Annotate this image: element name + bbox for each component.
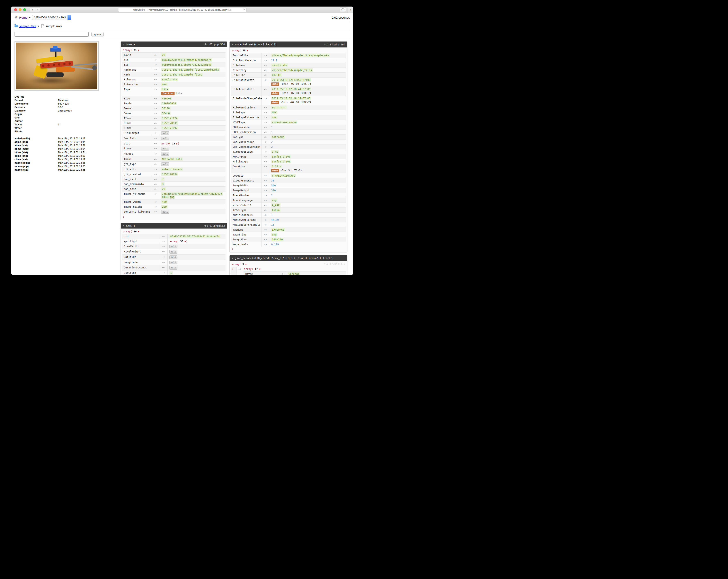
elapsed-time: 0.02 seconds [332, 16, 350, 19]
kint-row: stat=>array( 15 ▶) [122, 141, 226, 146]
kint-value: /thumbs/08/08b693e3ae4557cb09d79873202ad… [161, 192, 223, 199]
annotation-text: -8min -07:00 (UTC-7) [281, 82, 311, 85]
arrow-operator: => [262, 110, 269, 115]
kint-value-cell: 407 kB [269, 73, 346, 77]
metadata-value: 560 x 320 [58, 102, 99, 105]
kint-panel-header[interactable]: >unserialize($row_c['tags'])rtc_07.php:5… [230, 42, 347, 48]
array-open[interactable]: array( 17 ▼ [243, 267, 346, 271]
kint-value-cell: 560x320 [269, 237, 346, 242]
kint-key: has_hash [122, 187, 152, 191]
kint-value: 2019:05:18 02:13:55-07:00date-8min -07:0… [271, 78, 344, 86]
number-value: 11.1 [271, 59, 277, 62]
arrow-operator: => [262, 53, 269, 58]
kint-key: fkind [122, 157, 152, 161]
sample-files-link[interactable]: sample_files [19, 24, 36, 28]
kint-key: PixelHeight [122, 249, 160, 254]
metadata-row: mtime (stat)May 18th, 2019 02:13:55 [15, 168, 99, 172]
kint-key: stat [122, 141, 152, 146]
breadcrumb-arrow-icon: ▶ [29, 16, 30, 19]
kint-value-cell: 1 [269, 125, 346, 130]
minimize-window-button[interactable] [19, 8, 22, 11]
array-open[interactable]: array( 26 ▼ [121, 229, 227, 234]
arrow-operator: => [262, 125, 269, 130]
kint-value-cell: 30 [269, 178, 346, 183]
panel-title: unserialize($row_c['tags']) [235, 43, 277, 46]
kint-panel-header[interactable]: >$row_brtc_07.php:563 [121, 223, 227, 229]
kint-value: /Users/Shared/sample_files [161, 73, 203, 76]
kint-value: 504:0 [161, 111, 171, 115]
metadata-label: Writer [15, 127, 58, 130]
arrow-operator: => [262, 173, 269, 178]
arrow-operator: => [160, 260, 167, 265]
metadata-label: Author [15, 120, 58, 123]
panel-file-ref: rtc_07.php:563 [201, 224, 225, 227]
array-toggle[interactable]: array( 30 ▶) [170, 240, 188, 243]
kint-row: gfi_created=>1558170834 [122, 172, 226, 177]
kint-value: V_MPEG4/ISO/AVC [271, 174, 296, 177]
arrow-operator: => [152, 177, 159, 182]
number-value: 2 [271, 140, 273, 143]
array-open[interactable]: array( 36 ▼ [230, 48, 347, 53]
query-input[interactable] [15, 32, 88, 36]
thumbnail-image [16, 43, 97, 89]
kint-row: fkind=>Matroska data [122, 157, 226, 161]
query-bar: query [15, 30, 350, 39]
kint-key: Megapixels [231, 242, 262, 247]
kint-key: Path [122, 72, 152, 77]
kint-value: Lavf55.2.100 [271, 160, 291, 163]
array-toggle[interactable]: array( 15 ▶) [161, 142, 179, 145]
forward-button[interactable]: › [35, 7, 40, 12]
kint-value-cell: 2 [269, 144, 346, 149]
string-value: rw-r--r-- [271, 106, 287, 109]
kint-key: DocType [231, 135, 262, 139]
arrow-operator: => [262, 237, 269, 242]
kint-key: Size [122, 96, 152, 101]
string-value: 5.57 s [271, 165, 282, 168]
kint-value: 560x320 [271, 238, 284, 241]
query-button[interactable]: query [92, 32, 104, 37]
collapse-arrow-icon: ▼ [244, 263, 246, 266]
kint-row: ImageHeight=>320 [231, 188, 346, 193]
kint-key: AudioChannels [231, 213, 262, 217]
string-value: matroska [271, 135, 285, 139]
back-button[interactable]: ‹ [30, 7, 35, 12]
string-value: /Users/Shared/sample_files [161, 73, 203, 76]
kint-value: null [170, 255, 177, 258]
metadata-value: May 18th, 2019 02:13:55 [58, 161, 99, 164]
info-button[interactable]: i [340, 7, 346, 12]
kint-key: ATime [122, 116, 152, 121]
number-value: 320 [271, 189, 276, 192]
function-badge: function [161, 92, 175, 95]
kint-row: TimecodeScale=>1 ms [231, 149, 346, 154]
kint-panel-header[interactable]: >json_decode(utf8_encode($row_d['info'])… [230, 255, 347, 261]
reload-icon[interactable]: ↻ [243, 8, 245, 11]
kint-value-cell: 0.179 [269, 242, 346, 247]
browser-window: ‹ › Not Secure — ?db=data/skim/663_sampl… [11, 6, 353, 275]
kint-value: null [170, 250, 177, 253]
address-bar[interactable]: Not Secure — ?db=data/skim/663_sample_fi… [118, 7, 246, 12]
zoom-window-button[interactable] [23, 8, 26, 11]
kint-key: CTime [122, 126, 152, 130]
new-tab-button[interactable]: + [348, 6, 353, 13]
arrow-operator: => [262, 120, 269, 125]
kint-panel-header[interactable]: >$row_artc_07.php:560 [121, 42, 227, 47]
metadata-label: mtime (mdls) [15, 161, 58, 164]
metadata-label: GPS [15, 116, 58, 119]
metadata-row: ctime (php)May 18th, 2019 02:18:17 [15, 154, 99, 158]
kint-value-cell: /Users/Shared/sample_files [159, 72, 226, 77]
kint-value-cell: null [167, 255, 226, 260]
string-value: MKV [271, 111, 278, 114]
close-window-button[interactable] [14, 8, 17, 11]
kint-value-cell: matroska [269, 135, 346, 139]
metadata-row: Seconds5.57 [15, 105, 99, 109]
kint-key: AudioBitsPerSample [231, 222, 262, 227]
home-link[interactable]: Home [19, 16, 27, 19]
string-value: 33188 [161, 107, 171, 110]
annotation-text: +2hr S (UTC-6) [281, 169, 302, 172]
array-open[interactable]: array( 31 ▼ [121, 48, 227, 52]
kint-value: null [161, 210, 169, 213]
main-columns: DocTitleFormatMatroskaDimensions560 x 32… [15, 39, 350, 275]
database-select[interactable]: 2019-05-18_02-18-22.sqlite3 ▲▼ [32, 15, 71, 20]
metadata-label: Bitrate [15, 130, 58, 133]
arrow-operator: => [152, 121, 159, 125]
